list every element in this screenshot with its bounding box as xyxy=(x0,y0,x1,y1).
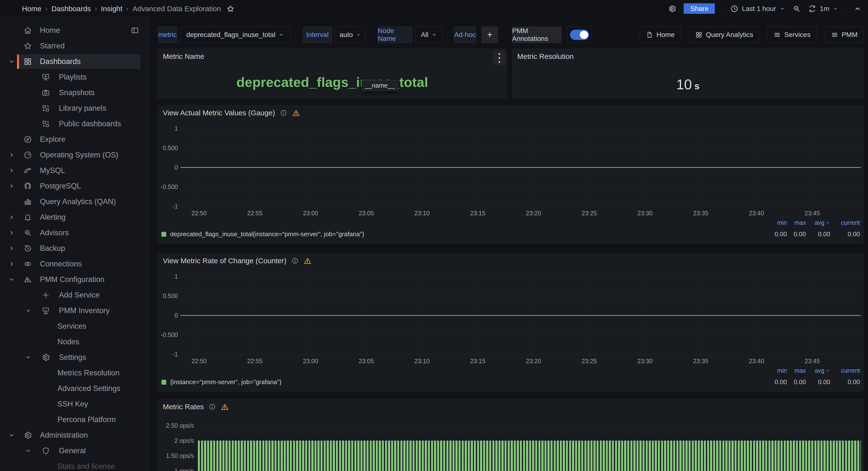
sidebar-item-playlists[interactable]: Playlists xyxy=(0,69,149,85)
sidebar-item-label: Add Service xyxy=(0,291,99,300)
chevron-up-icon[interactable] xyxy=(854,5,862,13)
x-axis-label: 23:00 xyxy=(303,210,318,217)
panel-metric-name: Metric Name deprecated_flags_inuse_total… xyxy=(158,49,507,99)
warning-icon[interactable] xyxy=(292,109,300,117)
legend-stat-header-avg[interactable]: avg xyxy=(806,219,830,226)
gridline xyxy=(180,335,861,335)
sidebar-item-pmm-configuration[interactable]: PMM Configuration xyxy=(0,272,149,287)
adhoc-add-filter-button[interactable]: + xyxy=(482,27,498,43)
sidebar-item-metrics-resolution[interactable]: Metrics Resolution xyxy=(0,365,149,381)
breadcrumb-item-dashboards[interactable]: Dashboards xyxy=(51,5,91,13)
series-color-swatch[interactable] xyxy=(161,380,166,384)
variable-label-interval[interactable]: Interval xyxy=(303,27,332,43)
sidebar-item-label: Connections xyxy=(0,260,82,268)
sidebar-item-pmm-inventory[interactable]: PMM Inventory xyxy=(0,303,149,318)
breadcrumb-item-home[interactable]: Home xyxy=(22,5,41,13)
panel-title[interactable]: Metric Rates xyxy=(163,403,229,411)
info-icon[interactable] xyxy=(291,257,299,264)
info-icon[interactable] xyxy=(209,403,216,410)
breadcrumb-separator: › xyxy=(126,5,128,13)
sidebar-item-operating-system-os[interactable]: Operating System (OS) xyxy=(0,147,149,163)
gear-icon[interactable] xyxy=(668,5,676,13)
chevron-down-icon xyxy=(779,6,785,12)
sidebar-item-dashboards[interactable]: Dashboards xyxy=(0,54,149,69)
sidebar-item-query-analytics-qan[interactable]: Query Analytics (QAN) xyxy=(0,194,149,209)
document-icon xyxy=(646,31,653,38)
legend: minmaxavgcurrentdeprecated_flags_inuse_t… xyxy=(161,219,860,242)
sidebar-item-general[interactable]: General xyxy=(0,443,149,459)
sidebar-item-mysql[interactable]: MySQL xyxy=(0,163,149,178)
panel-title[interactable]: View Actual Metric Values (Gauge) xyxy=(163,109,300,117)
sidebar-item-ssh-key[interactable]: SSH Key xyxy=(0,396,149,412)
y-axis: 10.5000-0.500-1 xyxy=(158,129,178,206)
sidebar-item-advanced-settings[interactable]: Advanced Settings xyxy=(0,381,149,396)
nav-button-services[interactable]: Services xyxy=(768,27,816,43)
time-range-picker[interactable]: Last 1 hour xyxy=(730,5,785,13)
sidebar-item-home[interactable]: Home xyxy=(0,23,149,38)
sidebar-item-administration[interactable]: Administration xyxy=(0,428,149,443)
variable-value-interval[interactable]: auto xyxy=(335,27,365,43)
variable-label-metric[interactable]: metric xyxy=(158,27,177,43)
sidebar-item-percona-platform[interactable]: Percona Platform xyxy=(0,412,149,428)
sidebar-item-advisors[interactable]: Advisors xyxy=(0,225,149,241)
gridline xyxy=(180,187,861,187)
refresh-icon xyxy=(808,5,816,13)
info-icon[interactable] xyxy=(280,109,287,116)
x-axis: 22:5022:5523:0023:0523:1023:1523:2023:25… xyxy=(180,358,861,365)
legend-stat-headers: minmaxavgcurrent xyxy=(768,219,860,226)
panel-title[interactable]: Metric Resolution xyxy=(517,52,574,61)
variable-label-node-name[interactable]: Node Name xyxy=(377,27,412,43)
variable-value-node-name[interactable]: All xyxy=(415,27,443,43)
zoom-out-icon[interactable] xyxy=(793,5,801,13)
sidebar-item-alerting[interactable]: Alerting xyxy=(0,209,149,225)
nav-button-pmm[interactable]: PMM xyxy=(825,27,864,43)
nav-button-query-analytics[interactable]: Query Analytics xyxy=(689,27,760,43)
nav-button-home[interactable]: Home xyxy=(640,27,681,43)
x-axis-label: 23:40 xyxy=(749,358,764,365)
sidebar-item-services[interactable]: Services xyxy=(0,318,149,334)
refresh-picker[interactable]: 1m xyxy=(808,5,839,13)
sidebar-item-snapshots[interactable]: Snapshots xyxy=(0,85,149,100)
sidebar-item-explore[interactable]: Explore xyxy=(0,132,149,147)
warning-icon[interactable] xyxy=(221,403,229,411)
panel-menu-kebab-icon[interactable] xyxy=(493,51,505,65)
breadcrumb-item-insight[interactable]: Insight xyxy=(101,5,122,13)
favorite-star-icon[interactable] xyxy=(226,5,235,13)
sidebar-item-backup[interactable]: Backup xyxy=(0,241,149,256)
variable-value-metric[interactable]: deprecated_flags_inuse_total xyxy=(180,27,291,43)
panel-title[interactable]: Metric Name xyxy=(163,52,204,61)
sidebar-item-postgresql[interactable]: PostgreSQL xyxy=(0,178,149,194)
pmm-annotations-toggle[interactable] xyxy=(567,27,592,43)
time-series-plot xyxy=(180,276,861,354)
legend-stat-header-current[interactable]: current xyxy=(830,219,860,226)
variable-label-adhoc[interactable]: Ad-hoc xyxy=(454,27,476,43)
breadcrumb-item-advanced-data-exploration[interactable]: Advanced Data Exploration xyxy=(132,5,221,13)
sidebar-item-add-service[interactable]: Add Service xyxy=(0,287,149,303)
legend-stat-header-avg[interactable]: avg xyxy=(806,367,830,374)
sidebar-item-label: Advanced Settings xyxy=(0,384,121,393)
legend-stat-header-min[interactable]: min xyxy=(768,219,787,226)
refresh-interval-label: 1m xyxy=(820,5,829,13)
series-name[interactable]: deprecated_flags_inuse_total{instance="p… xyxy=(170,230,768,238)
legend-stat-header-max[interactable]: max xyxy=(787,367,806,374)
sidebar-item-starred[interactable]: Starred xyxy=(0,38,149,54)
dock-sidebar-icon[interactable] xyxy=(131,26,139,35)
legend-stat-header-max[interactable]: max xyxy=(787,219,806,226)
sidebar-item-connections[interactable]: Connections xyxy=(0,256,149,272)
series-name[interactable]: {instance="pmm-server", job="grafana"} xyxy=(170,378,768,386)
panel-title[interactable]: View Metric Rate of Change (Counter) xyxy=(163,257,312,265)
gridline xyxy=(180,206,861,207)
share-button[interactable]: Share xyxy=(683,3,715,14)
sidebar-item-public-dashboards[interactable]: Public dashboards xyxy=(0,116,149,132)
legend-stat-value-min: 0.00 xyxy=(768,378,787,386)
sidebar-item-settings[interactable]: Settings xyxy=(0,349,149,365)
sidebar-item-nodes[interactable]: Nodes xyxy=(0,334,149,349)
warning-icon[interactable] xyxy=(304,257,312,265)
chevron-down-icon xyxy=(278,32,284,38)
sidebar-item-stats-and-license[interactable]: Stats and license xyxy=(0,459,149,471)
menu-hamburger-icon[interactable] xyxy=(6,4,15,13)
legend-stat-header-min[interactable]: min xyxy=(768,367,787,374)
legend-stat-header-current[interactable]: current xyxy=(830,367,860,374)
series-color-swatch[interactable] xyxy=(161,232,166,237)
sidebar-item-library-panels[interactable]: Library panels xyxy=(0,100,149,116)
